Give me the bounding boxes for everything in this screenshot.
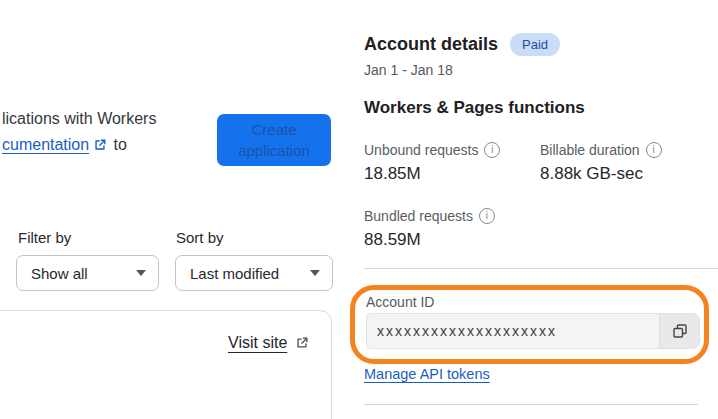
sort-select-value: Last modified [190,265,279,282]
external-link-icon [295,336,309,350]
account-details-header: Account details Paid [364,33,560,56]
workers-pages-functions-title: Workers & Pages functions [364,98,585,118]
intro-suffix: to [109,136,127,153]
stat-value: 18.85M [364,164,500,184]
project-card [0,310,332,419]
info-icon[interactable] [479,208,495,224]
chevron-down-icon [310,270,320,276]
stat-label-text: Unbound requests [364,142,478,158]
workers-pages-screen: lications with Workers cumentation to Cr… [0,0,718,419]
sort-select[interactable]: Last modified [175,255,333,291]
filter-by-label: Filter by [18,229,71,246]
stat-label: Bundled requests [364,208,495,224]
stat-label-text: Billable duration [540,142,640,158]
intro-text: lications with Workers cumentation to [2,106,156,160]
account-id-input[interactable] [366,313,659,349]
filter-select[interactable]: Show all [16,255,159,291]
stat-billable-duration: Billable duration 8.88k GB-sec [540,142,662,184]
stat-bundled-requests: Bundled requests 88.59M [364,208,495,250]
visit-site-link[interactable]: Visit site [228,334,309,352]
info-icon[interactable] [646,142,662,158]
account-id-label: Account ID [366,294,434,310]
stat-unbound-requests: Unbound requests 18.85M [364,142,500,184]
create-application-button[interactable]: Create application [217,114,331,166]
external-link-icon [93,134,107,160]
account-details-title: Account details [364,34,498,55]
stat-label: Billable duration [540,142,662,158]
copy-button[interactable] [659,313,700,349]
stat-value: 8.88k GB-sec [540,164,662,184]
visit-site-label: Visit site [228,334,287,352]
sort-by-label: Sort by [176,229,224,246]
intro-line-2: cumentation to [2,132,156,160]
divider [364,268,718,269]
divider [364,404,698,405]
filter-select-value: Show all [31,265,88,282]
info-icon[interactable] [484,142,500,158]
intro-line-1: lications with Workers [2,106,156,132]
stat-label: Unbound requests [364,142,500,158]
stat-label-text: Bundled requests [364,208,473,224]
documentation-link[interactable]: cumentation [2,136,89,153]
manage-api-tokens-link[interactable]: Manage API tokens [364,366,490,382]
paid-plan-badge: Paid [510,33,560,56]
chevron-down-icon [136,270,146,276]
copy-icon [671,322,689,340]
date-range: Jan 1 - Jan 18 [364,62,453,78]
account-id-row [366,313,700,349]
stat-value: 88.59M [364,230,495,250]
